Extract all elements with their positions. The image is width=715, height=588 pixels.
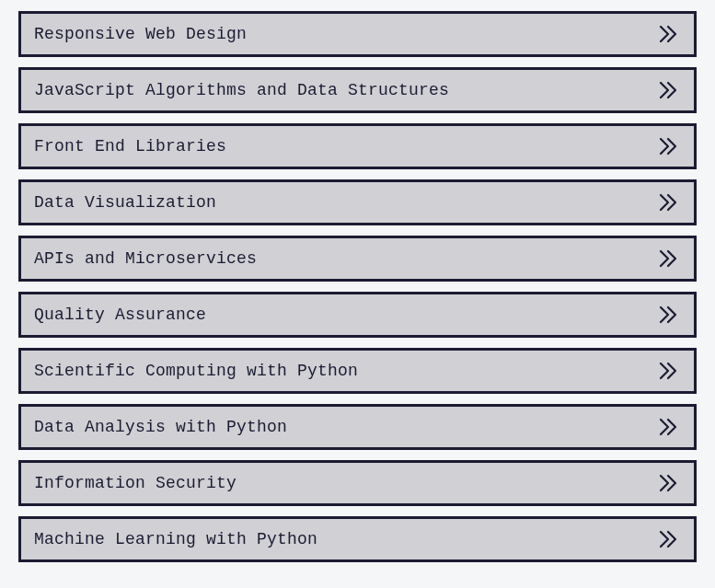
chevrons-right-icon: [657, 80, 679, 100]
course-item-data-visualization[interactable]: Data Visualization: [18, 179, 697, 225]
course-item-information-security[interactable]: Information Security: [18, 460, 697, 506]
chevrons-right-icon: [657, 361, 679, 381]
chevrons-right-icon: [657, 248, 679, 269]
course-label: APIs and Microservices: [34, 249, 257, 268]
course-label: JavaScript Algorithms and Data Structure…: [34, 81, 449, 99]
course-label: Machine Learning with Python: [34, 530, 317, 548]
course-item-data-analysis-python[interactable]: Data Analysis with Python: [18, 404, 697, 450]
course-item-apis-microservices[interactable]: APIs and Microservices: [18, 236, 697, 282]
course-label: Data Visualization: [34, 193, 216, 212]
course-label: Information Security: [34, 474, 236, 492]
course-label: Quality Assurance: [34, 306, 206, 324]
chevrons-right-icon: [657, 192, 679, 213]
chevrons-right-icon: [657, 473, 679, 493]
chevrons-right-icon: [657, 136, 679, 156]
course-label: Responsive Web Design: [34, 25, 247, 43]
course-item-responsive-web-design[interactable]: Responsive Web Design: [18, 11, 697, 57]
course-list: Responsive Web Design JavaScript Algorit…: [18, 11, 697, 562]
course-item-javascript-algorithms[interactable]: JavaScript Algorithms and Data Structure…: [18, 67, 697, 113]
course-label: Data Analysis with Python: [34, 418, 287, 436]
course-label: Front End Libraries: [34, 137, 226, 156]
chevrons-right-icon: [657, 305, 679, 325]
course-item-quality-assurance[interactable]: Quality Assurance: [18, 292, 697, 338]
course-item-front-end-libraries[interactable]: Front End Libraries: [18, 123, 697, 169]
chevrons-right-icon: [657, 24, 679, 44]
chevrons-right-icon: [657, 529, 679, 549]
course-item-machine-learning-python[interactable]: Machine Learning with Python: [18, 516, 697, 562]
course-item-scientific-computing-python[interactable]: Scientific Computing with Python: [18, 348, 697, 394]
course-label: Scientific Computing with Python: [34, 362, 358, 380]
chevrons-right-icon: [657, 417, 679, 437]
